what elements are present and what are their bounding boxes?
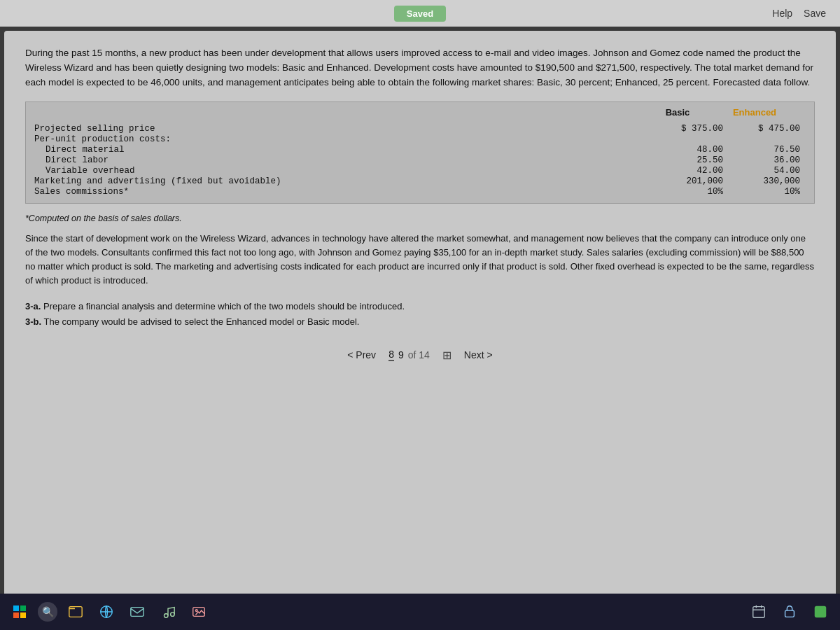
start-button[interactable] bbox=[7, 599, 32, 624]
table-body: Projected selling price $ 375.00 $ 475.0… bbox=[26, 122, 814, 203]
svg-rect-8 bbox=[753, 607, 765, 618]
row-label: Direct material bbox=[31, 145, 654, 155]
current-page: 8 bbox=[388, 349, 394, 361]
row-value-basic: 201,000 bbox=[654, 176, 732, 186]
table-row: Marketing and advertising (fixed but avo… bbox=[31, 176, 808, 186]
row-label: Projected selling price bbox=[31, 124, 654, 134]
q3b-label: 3-b. bbox=[25, 316, 41, 327]
top-right-links: Help Save bbox=[772, 8, 826, 19]
data-table: Basic Enhanced Projected selling price $… bbox=[25, 102, 815, 204]
prev-button[interactable]: < Prev bbox=[347, 349, 376, 360]
footnote: *Computed on the basis of sales dollars. bbox=[25, 214, 815, 223]
row-value-basic: 10% bbox=[654, 187, 732, 197]
q3a-label: 3-a. bbox=[25, 301, 41, 312]
row-label: Marketing and advertising (fixed but avo… bbox=[31, 176, 654, 186]
grid-icon[interactable]: ⊞ bbox=[442, 349, 451, 362]
main-content: During the past 15 months, a new product… bbox=[4, 31, 836, 623]
table-row: Projected selling price $ 375.00 $ 475.0… bbox=[31, 124, 808, 134]
svg-point-7 bbox=[195, 610, 197, 612]
intro-text: During the past 15 months, a new product… bbox=[25, 46, 815, 90]
next-page-num: 9 bbox=[398, 349, 404, 360]
taskbar: 🔍 bbox=[0, 594, 840, 630]
table-row: Sales commissions* 10% 10% bbox=[31, 187, 808, 197]
body-text: Since the start of development work on t… bbox=[25, 232, 815, 288]
row-value-enhanced: 54.00 bbox=[732, 166, 808, 176]
svg-point-5 bbox=[171, 612, 175, 617]
taskbar-calendar[interactable] bbox=[746, 599, 771, 624]
row-value-basic: $ 375.00 bbox=[654, 124, 732, 134]
row-value-enhanced: $ 475.00 bbox=[732, 124, 808, 134]
row-value-enhanced: 10% bbox=[732, 187, 808, 197]
table-row: Variable overhead 42.00 54.00 bbox=[31, 166, 808, 176]
taskbar-file-explorer[interactable] bbox=[63, 599, 88, 624]
svg-rect-0 bbox=[69, 608, 75, 610]
row-value-basic: 25.50 bbox=[654, 155, 732, 165]
save-link[interactable]: Save bbox=[804, 8, 826, 19]
next-button[interactable]: Next > bbox=[464, 349, 493, 360]
taskbar-browser[interactable] bbox=[94, 599, 119, 624]
taskbar-green[interactable] bbox=[808, 599, 833, 624]
saved-badge: Saved bbox=[394, 6, 446, 22]
taskbar-mail[interactable] bbox=[125, 599, 150, 624]
row-label: Direct labor bbox=[31, 155, 654, 165]
svg-rect-3 bbox=[131, 608, 144, 617]
col-headers: Basic Enhanced bbox=[639, 105, 793, 120]
page-numbers: 8 9 of 14 bbox=[388, 349, 430, 361]
svg-rect-10 bbox=[815, 606, 827, 618]
search-icon: 🔍 bbox=[42, 606, 54, 617]
questions: 3-a. Prepare a financial analysis and de… bbox=[25, 299, 815, 330]
table-row: Direct material 48.00 76.50 bbox=[31, 145, 808, 155]
table-header-row: Basic Enhanced bbox=[26, 102, 814, 122]
svg-point-4 bbox=[164, 614, 169, 618]
col-header-enhanced: Enhanced bbox=[716, 105, 793, 120]
top-bar: Saved Help Save bbox=[0, 0, 840, 27]
taskbar-lock[interactable] bbox=[777, 599, 802, 624]
col-header-basic: Basic bbox=[639, 105, 716, 120]
taskbar-photos[interactable] bbox=[186, 599, 211, 624]
row-label: Variable overhead bbox=[31, 166, 654, 176]
q3b-text: The company would be advised to select t… bbox=[44, 316, 360, 327]
table-row: Direct labor 25.50 36.00 bbox=[31, 155, 808, 165]
svg-rect-9 bbox=[785, 610, 794, 617]
search-button[interactable]: 🔍 bbox=[38, 602, 57, 622]
help-link[interactable]: Help bbox=[772, 8, 792, 19]
q3a-text: Prepare a financial analysis and determi… bbox=[43, 301, 405, 312]
row-value-basic: 42.00 bbox=[654, 166, 732, 176]
row-value-enhanced: 76.50 bbox=[732, 145, 808, 155]
nav-bar: < Prev 8 9 of 14 ⊞ Next > bbox=[25, 343, 815, 365]
row-value-enhanced: 330,000 bbox=[732, 176, 808, 186]
total-pages: of 14 bbox=[408, 349, 430, 360]
question-3b: 3-b. The company would be advised to sel… bbox=[25, 314, 815, 330]
row-value-basic: 48.00 bbox=[654, 145, 732, 155]
table-row: Per-unit production costs: bbox=[31, 134, 808, 144]
row-value-enhanced: 36.00 bbox=[732, 155, 808, 165]
taskbar-music[interactable] bbox=[155, 599, 181, 624]
row-label: Sales commissions* bbox=[31, 187, 654, 197]
question-3a: 3-a. Prepare a financial analysis and de… bbox=[25, 299, 815, 314]
row-label: Per-unit production costs: bbox=[31, 134, 654, 144]
